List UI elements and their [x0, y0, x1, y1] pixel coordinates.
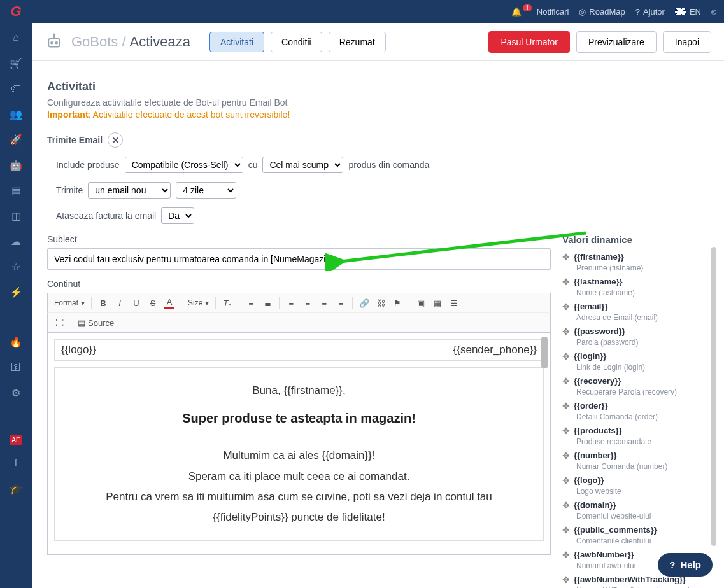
drag-icon[interactable]: ✥: [562, 302, 570, 312]
editor-line3: Pentru ca vrem sa iti multumim asa cum s…: [67, 487, 530, 528]
tab-activitati[interactable]: Activitati: [209, 32, 264, 52]
dynamic-item[interactable]: ✥{{products}}: [562, 424, 709, 438]
next-step-button[interactable]: Pasul Urmator: [488, 31, 569, 53]
dynamic-item[interactable]: ✥{{firstname}}: [562, 250, 709, 264]
unlink-icon[interactable]: ⛓: [376, 298, 386, 308]
image-icon[interactable]: ▣: [416, 298, 426, 308]
nav-f-icon[interactable]: f: [9, 456, 23, 470]
drag-icon[interactable]: ✥: [562, 376, 570, 386]
section-desc: Configureaza activitatile efectuate de B…: [47, 97, 709, 108]
trimite-select[interactable]: un email nou: [88, 182, 171, 199]
notifications-button[interactable]: 🔔 1 Notificari: [511, 7, 569, 17]
source-button[interactable]: ▤ Source: [78, 318, 114, 328]
dynamic-item[interactable]: ✥{{recovery}}: [562, 374, 709, 388]
nav-tag-icon[interactable]: 🏷: [9, 81, 23, 95]
price-select[interactable]: Cel mai scump: [262, 157, 343, 173]
link-icon[interactable]: 🔗: [359, 298, 369, 308]
back-button[interactable]: Inapoi: [663, 31, 711, 53]
strike-icon[interactable]: S: [148, 298, 158, 308]
breadcrumb-parent[interactable]: GoBots: [71, 34, 118, 50]
nav-fire-icon[interactable]: 🔥: [9, 335, 23, 349]
dynamic-item[interactable]: ✥{{email}}: [562, 300, 709, 314]
dynamic-item[interactable]: ✥{{domain}}: [562, 498, 709, 512]
language-switch[interactable]: EN: [675, 7, 701, 17]
dynamic-item[interactable]: ✥{{logo}}: [562, 473, 709, 487]
clearformat-icon[interactable]: Tₓ: [222, 298, 232, 308]
list-num-icon[interactable]: ≡: [246, 298, 256, 308]
nav-chart-icon[interactable]: ◫: [9, 209, 23, 223]
nav-book-icon[interactable]: ▤: [9, 183, 23, 197]
nav-cloud-icon[interactable]: ☁: [9, 234, 23, 248]
editor-toolbar-row2: ⛶ ▤ Source: [47, 312, 551, 332]
flag-icon[interactable]: ⚑: [392, 298, 402, 308]
nav-bot-icon[interactable]: 🤖: [9, 158, 23, 172]
nav-star-icon[interactable]: ☆: [9, 260, 23, 274]
drag-icon[interactable]: ✥: [562, 525, 570, 535]
align-justify-icon[interactable]: ≡: [336, 298, 346, 308]
drag-icon[interactable]: ✥: [562, 426, 570, 436]
notif-count: 1: [523, 4, 532, 11]
exit-icon: ⎋: [711, 7, 716, 17]
help-floating-button[interactable]: ? Help: [658, 553, 713, 577]
dynamic-item[interactable]: ✥{{order}}: [562, 399, 709, 413]
drag-icon[interactable]: ✥: [562, 252, 570, 262]
list-bul-icon[interactable]: ≣: [262, 298, 273, 308]
panel-scrollbar[interactable]: [711, 247, 716, 546]
drag-icon[interactable]: ✥: [562, 277, 570, 287]
drag-icon[interactable]: ✥: [562, 500, 570, 510]
drag-icon[interactable]: ✥: [562, 326, 570, 337]
drag-icon[interactable]: ✥: [562, 351, 570, 361]
align-right-icon[interactable]: ≡: [319, 298, 329, 308]
nav-cart-icon[interactable]: 🛒: [9, 56, 23, 70]
drag-icon[interactable]: ✥: [562, 575, 570, 585]
dynamic-item[interactable]: ✥{{lastname}}: [562, 275, 709, 289]
app-logo[interactable]: G: [8, 3, 24, 20]
editor-scrollbar[interactable]: [541, 337, 548, 368]
nav-bolt-icon[interactable]: ⚡: [9, 285, 23, 299]
hr-icon[interactable]: ☰: [449, 298, 459, 308]
nav-home-icon[interactable]: ⌂: [9, 31, 23, 45]
include-select[interactable]: Compatibile (Cross-Sell): [125, 157, 243, 173]
dynamic-item[interactable]: ✥{{public_comments}}: [562, 523, 709, 537]
preview-button[interactable]: Previzualizare: [576, 31, 657, 53]
tab-conditii[interactable]: Conditii: [271, 32, 322, 52]
nav-key-icon[interactable]: ⚿: [9, 360, 23, 374]
underline-icon[interactable]: U: [131, 298, 141, 308]
nav-ae-icon[interactable]: AE: [10, 435, 22, 445]
drag-icon[interactable]: ✥: [562, 451, 570, 461]
dynamic-item[interactable]: ✥{{login}}: [562, 349, 709, 363]
dynamic-item[interactable]: ✥{{number}}: [562, 449, 709, 463]
trimite-label: Trimite: [56, 185, 83, 195]
delay-select[interactable]: 4 zile: [176, 182, 236, 199]
help-link[interactable]: ? Ajutor: [635, 7, 665, 17]
nav-grad-icon[interactable]: 🎓: [9, 482, 23, 496]
subject-input[interactable]: [47, 248, 551, 270]
editor-content[interactable]: {{logo}} {{sender_phone}} Buna, {{firstn…: [47, 332, 551, 555]
drag-icon[interactable]: ✥: [562, 475, 570, 486]
logout-button[interactable]: ⎋: [711, 7, 716, 17]
format-dropdown[interactable]: Format ▾: [54, 298, 85, 307]
editor-line1: Multumim ca ai ales {{domain}}!: [67, 445, 530, 466]
nav-gear-icon[interactable]: ⚙: [9, 386, 23, 400]
nav-rocket-icon[interactable]: 🚀: [9, 132, 23, 146]
dynamic-item[interactable]: ✥{{password}}: [562, 325, 709, 339]
important-note: Important: Activitatile efectuate de ace…: [47, 109, 709, 120]
maximize-icon[interactable]: ⛶: [54, 318, 64, 328]
bold-icon[interactable]: B: [98, 298, 108, 308]
help-icon: ?: [669, 559, 675, 570]
size-dropdown[interactable]: Size ▾: [188, 298, 209, 307]
align-left-icon[interactable]: ≡: [286, 298, 296, 308]
align-center-icon[interactable]: ≡: [302, 298, 313, 308]
tab-rezumat[interactable]: Rezumat: [329, 32, 386, 52]
attach-select[interactable]: Da: [161, 207, 194, 224]
subject-label: Subiect: [47, 234, 551, 244]
drag-icon[interactable]: ✥: [562, 401, 570, 411]
drag-icon[interactable]: ✥: [562, 550, 570, 560]
textcolor-icon[interactable]: A: [164, 297, 174, 309]
nav-users-icon[interactable]: 👥: [9, 107, 23, 121]
dynamic-item-desc: Link de Login (login): [576, 363, 709, 372]
remove-activity-icon[interactable]: ✕: [108, 132, 123, 148]
italic-icon[interactable]: I: [115, 298, 125, 308]
roadmap-link[interactable]: ◎ RoadMap: [579, 7, 625, 17]
table-icon[interactable]: ▦: [432, 298, 443, 308]
